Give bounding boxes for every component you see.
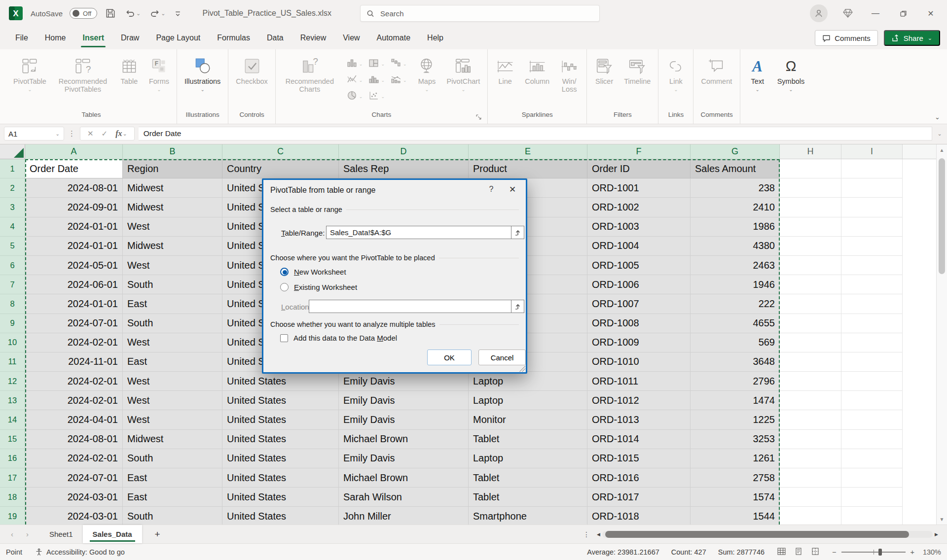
cell[interactable]: 2463 <box>691 256 780 275</box>
cell[interactable]: ORD-1007 <box>587 294 691 314</box>
collapse-ribbon-button[interactable]: ⌄ <box>935 113 940 121</box>
cell[interactable] <box>780 410 841 429</box>
column-button[interactable]: Column <box>520 54 554 86</box>
search-input[interactable] <box>379 9 593 18</box>
cell[interactable]: Midwest <box>123 178 222 198</box>
sheet-tab-sheet1[interactable]: Sheet1 <box>39 525 83 543</box>
cell[interactable]: 2024-01-01 <box>25 294 123 314</box>
cell[interactable]: 2024-03-01 <box>25 488 123 507</box>
cell[interactable] <box>780 333 841 352</box>
comment-button[interactable]: Comment <box>696 54 736 86</box>
cell[interactable]: Michael Brown <box>339 430 469 449</box>
cell[interactable]: ORD-1001 <box>587 178 691 198</box>
cell[interactable]: 2024-06-01 <box>25 275 123 294</box>
cell[interactable]: United States <box>222 372 339 391</box>
insert-function-button[interactable]: fx⌄ <box>111 129 131 138</box>
tab-file[interactable]: File <box>7 27 36 49</box>
row-header-15[interactable]: 15 <box>0 430 25 449</box>
cell[interactable]: United States <box>222 488 339 507</box>
cell[interactable] <box>780 507 841 525</box>
cell[interactable]: 238 <box>691 178 780 198</box>
cell[interactable] <box>841 391 903 410</box>
cell[interactable]: South <box>123 507 222 525</box>
sheet-tab-sales-data[interactable]: Sales_Data <box>83 525 142 543</box>
column-header-i[interactable]: I <box>841 144 903 159</box>
pivottable-button[interactable]: PivotTable⌄ <box>9 54 51 93</box>
cell[interactable] <box>841 314 903 333</box>
cell[interactable]: 2024-03-01 <box>25 507 123 525</box>
cell[interactable]: 2024-08-01 <box>25 430 123 449</box>
cell[interactable]: 4380 <box>691 237 780 256</box>
cell[interactable]: 2024-01-01 <box>25 217 123 237</box>
cell[interactable]: Emily Davis <box>339 410 469 429</box>
cell[interactable]: United States <box>222 391 339 410</box>
row-header-3[interactable]: 3 <box>0 198 25 217</box>
cell[interactable]: West <box>123 410 222 429</box>
cell[interactable] <box>780 449 841 468</box>
cell[interactable]: Michael Brown <box>339 468 469 488</box>
cell[interactable]: Product <box>469 159 587 178</box>
cell[interactable]: 2024-11-01 <box>25 352 123 372</box>
column-header-h[interactable]: H <box>780 144 841 159</box>
cell[interactable]: Laptop <box>469 372 587 391</box>
cell[interactable]: 3253 <box>691 430 780 449</box>
cell[interactable]: West <box>123 256 222 275</box>
pie-chart-button[interactable]: ⌄ <box>347 91 363 102</box>
cell[interactable]: Midwest <box>123 198 222 217</box>
search-box[interactable] <box>360 5 600 22</box>
cell[interactable] <box>841 237 903 256</box>
treemap-chart-button[interactable]: ⌄ <box>368 58 385 70</box>
line-chart-button[interactable]: ⌄ <box>347 74 363 86</box>
cell[interactable]: Region <box>123 159 222 178</box>
cell[interactable] <box>841 275 903 294</box>
next-sheet-button[interactable]: › <box>26 530 29 538</box>
cell[interactable]: 2024-02-01 <box>25 333 123 352</box>
existing-worksheet-radio[interactable]: Existing Worksheet <box>280 283 357 291</box>
row-header-4[interactable]: 4 <box>0 217 25 237</box>
redo-button[interactable]: ⌄ <box>148 7 166 20</box>
zoom-in-button[interactable]: + <box>911 548 914 556</box>
cell[interactable]: ORD-1003 <box>587 217 691 237</box>
cell[interactable]: Emily Davis <box>339 372 469 391</box>
combo-chart-button[interactable]: ⌄ <box>391 74 407 86</box>
cell[interactable]: 1946 <box>691 275 780 294</box>
cell[interactable]: 1574 <box>691 488 780 507</box>
row-header-2[interactable]: 2 <box>0 178 25 198</box>
illustrations-button[interactable]: Illustrations⌄ <box>180 54 225 93</box>
row-header-9[interactable]: 9 <box>0 314 25 333</box>
cell[interactable]: 2758 <box>691 468 780 488</box>
cell[interactable]: West <box>123 333 222 352</box>
cell[interactable]: ORD-1009 <box>587 333 691 352</box>
cancel-entry-button[interactable]: ✕ <box>83 129 98 138</box>
cell[interactable] <box>780 372 841 391</box>
cell[interactable]: 1986 <box>691 217 780 237</box>
cell[interactable] <box>841 256 903 275</box>
zoom-slider[interactable] <box>841 552 906 553</box>
cancel-button[interactable]: Cancel <box>478 350 526 365</box>
cell[interactable]: Order Date <box>25 159 123 178</box>
checkbox-button[interactable]: Checkbox <box>231 54 272 86</box>
line-button[interactable]: Line <box>491 54 519 86</box>
cell[interactable]: 2024-05-01 <box>25 256 123 275</box>
waterfall-chart-button[interactable]: ⌄ <box>391 58 407 70</box>
dialog-close-button[interactable]: ✕ <box>506 184 519 195</box>
row-header-12[interactable]: 12 <box>0 372 25 391</box>
vertical-scrollbar[interactable]: ▲ ▼ <box>936 144 947 525</box>
cell[interactable]: 2796 <box>691 372 780 391</box>
histogram-chart-button[interactable]: ⌄ <box>368 74 385 86</box>
slicer-button[interactable]: Slicer <box>590 54 619 86</box>
account-avatar[interactable] <box>810 4 828 22</box>
cell[interactable]: South <box>123 314 222 333</box>
vertical-scroll-thumb[interactable] <box>939 158 945 274</box>
save-button[interactable] <box>104 7 117 20</box>
cell[interactable] <box>780 294 841 314</box>
cell[interactable]: West <box>123 372 222 391</box>
cell[interactable]: Country <box>222 159 339 178</box>
cell[interactable] <box>841 488 903 507</box>
minimize-button[interactable]: — <box>868 6 883 21</box>
autosave-toggle[interactable]: Off <box>70 8 97 19</box>
horizontal-scrollbar[interactable]: ◀ ▶ <box>595 530 940 538</box>
recommended-pivottables-button[interactable]: ?Recommended PivotTables <box>52 54 114 94</box>
table-button[interactable]: Table <box>115 54 144 86</box>
cell[interactable] <box>841 333 903 352</box>
